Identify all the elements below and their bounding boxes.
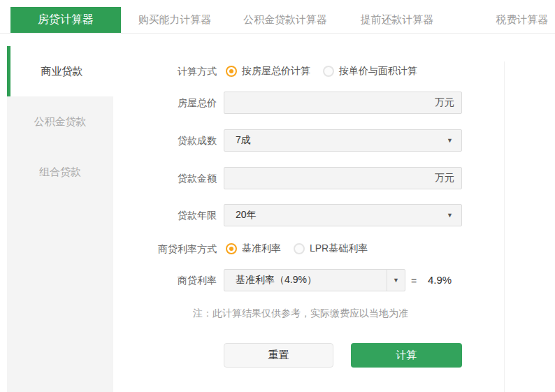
mortgage-calculator-page: 房贷计算器 购买能力计算器 公积金贷款计算器 提前还款计算器 税费计算器 商业贷… [0,0,555,392]
loan-amount-field: 万元 [224,167,462,189]
radio-base-rate[interactable] [226,243,237,254]
rate-select[interactable]: 基准利率（4.9%） ▼ [224,269,405,291]
calc-method-label: 计算方式 [140,66,217,78]
loan-ratio-value: 7成 [224,134,447,147]
tab-tax-calculator[interactable]: 税费计算器 [496,13,549,27]
loan-amount-label: 贷款金额 [140,173,217,185]
radio-by-unit-area[interactable] [323,66,334,77]
chevron-down-icon: ▼ [447,137,461,144]
tabbar-divider [0,33,555,34]
house-price-input[interactable] [224,92,435,113]
radio-lpr-rate-label[interactable]: LPR基础利率 [310,242,368,255]
loan-ratio-select[interactable]: 7成 ▼ [224,129,462,152]
rate-value: 基准利率（4.9%） [224,274,387,286]
rate-result: 4.9% [428,274,452,286]
radio-lpr-rate[interactable] [294,243,305,254]
rate-method-label: 商贷利率方式 [140,243,217,256]
chevron-down-icon: ▼ [393,277,399,284]
loan-years-select[interactable]: 20年 ▼ [224,204,462,226]
radio-base-rate-label[interactable]: 基准利率 [242,242,281,255]
tab-prepayment-calculator[interactable]: 提前还款计算器 [361,13,434,27]
loan-amount-input[interactable] [224,168,435,189]
calc-method-radio-group: 按房屋总价计算 按单价与面积计算 [226,65,430,78]
equals-sign: = [411,275,417,286]
sidebar-item-fund-loan[interactable]: 公积金贷款 [7,96,113,147]
reset-button[interactable]: 重置 [224,343,333,368]
select-arrow-box: ▼ [387,270,405,291]
radio-by-unit-area-label[interactable]: 按单价与面积计算 [339,65,417,78]
tab-fund-loan-calculator[interactable]: 公积金贷款计算器 [243,13,327,27]
loan-years-value: 20年 [224,209,447,222]
sidebar-item-combo-loan[interactable]: 组合贷款 [7,147,113,197]
loan-years-label: 贷款年限 [140,210,217,222]
loan-amount-unit: 万元 [435,172,461,184]
house-price-unit: 万元 [435,96,461,109]
sidebar: 公积金贷款 组合贷款 [7,96,113,392]
house-price-label: 房屋总价 [140,97,217,110]
rate-label: 商贷利率 [140,275,217,287]
radio-by-total-price-label[interactable]: 按房屋总价计算 [242,65,310,78]
chevron-down-icon: ▼ [447,212,461,219]
rate-method-radio-group: 基准利率 LPR基础利率 [226,242,380,255]
calculate-button[interactable]: 计算 [351,343,462,368]
tab-affordability-calculator[interactable]: 购买能力计算器 [138,13,212,27]
house-price-field: 万元 [224,92,462,114]
loan-ratio-label: 贷款成数 [140,135,217,147]
content-right-divider [504,61,505,392]
sidebar-item-commercial-loan[interactable]: 商业贷款 [7,46,113,96]
disclaimer-note: 注：此计算结果仅供参考，实际缴费应以当地为准 [140,307,461,320]
tab-mortgage-calculator[interactable]: 房贷计算器 [10,7,121,33]
radio-by-total-price[interactable] [226,66,237,77]
